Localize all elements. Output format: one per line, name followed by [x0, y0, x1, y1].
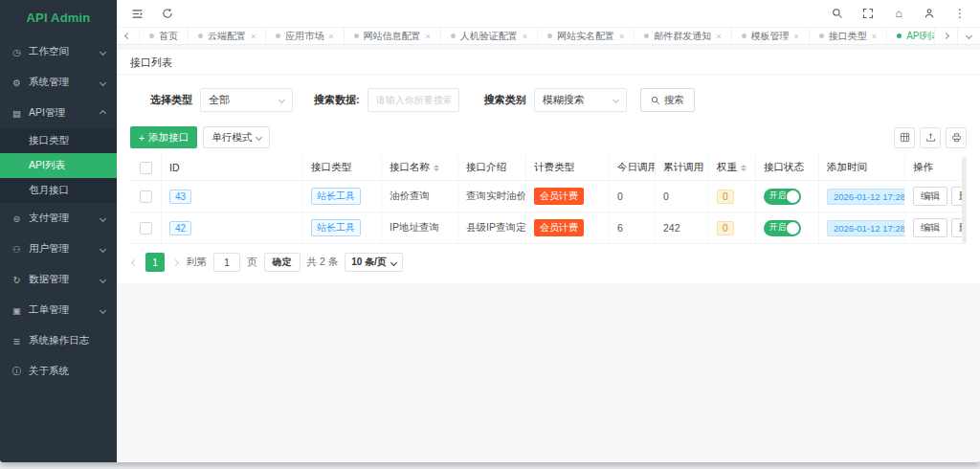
- toggle-knob: [787, 222, 799, 234]
- table-row: 42 站长工具 IP地址查询 县级IP查询定位 会员计费 6 242 0 开启: [130, 212, 967, 244]
- fullscreen-icon[interactable]: [861, 7, 875, 20]
- cell-total-calls: 242: [656, 212, 709, 243]
- sidebar-item-monthly-api[interactable]: 包月接口: [0, 178, 117, 203]
- sidebar-item-payment[interactable]: ⊜ 支付管理: [0, 203, 117, 234]
- sidebar-item-api-list[interactable]: API列表: [0, 153, 117, 178]
- tab-api-list[interactable]: API列表 ×: [887, 28, 934, 44]
- col-header-today[interactable]: 今日调用: [610, 155, 656, 180]
- tab-realname-config[interactable]: 网站实名配置 ×: [538, 28, 635, 44]
- print-icon[interactable]: [946, 127, 967, 148]
- col-header-total[interactable]: 累计调用: [656, 155, 709, 180]
- tabs-menu-icon[interactable]: [957, 28, 980, 44]
- export-icon[interactable]: [920, 127, 941, 148]
- col-header-actions[interactable]: 操作: [905, 155, 967, 180]
- close-icon[interactable]: ×: [523, 32, 527, 41]
- sort-icon[interactable]: [434, 165, 439, 171]
- collapse-menu-icon[interactable]: [130, 7, 144, 20]
- prev-page-icon[interactable]: [130, 260, 139, 265]
- table-scrollbar[interactable]: [962, 157, 967, 243]
- select-all-checkbox[interactable]: [140, 162, 152, 174]
- tab-site-info[interactable]: 网站信息配置 ×: [345, 28, 441, 44]
- ticket-icon: ▣: [11, 305, 22, 316]
- sidebar-item-api[interactable]: ▤ API管理: [0, 98, 117, 128]
- search-button-label: 搜索: [664, 94, 684, 107]
- close-icon[interactable]: ×: [426, 32, 431, 41]
- tab-mail-notify[interactable]: 邮件群发通知 ×: [635, 28, 731, 44]
- cell-added-time: 2026-01-12 17:28:43: [819, 181, 905, 212]
- search-input[interactable]: [368, 88, 459, 112]
- close-icon[interactable]: ×: [251, 32, 256, 41]
- close-icon[interactable]: ×: [328, 32, 333, 41]
- tab-dot: [354, 34, 359, 38]
- goto-confirm-button[interactable]: 确定: [264, 253, 301, 272]
- edit-button[interactable]: 编辑: [913, 218, 947, 237]
- sidebar-item-label: 包月接口: [29, 184, 69, 197]
- columns-filter-icon[interactable]: [894, 127, 915, 148]
- sort-icon[interactable]: [741, 165, 746, 171]
- close-icon[interactable]: ×: [716, 32, 721, 41]
- sidebar-item-workspace[interactable]: ◷ 工作空间: [0, 36, 117, 67]
- type-tag: 站长工具: [311, 188, 361, 205]
- col-header-billing[interactable]: 计费类型: [526, 155, 610, 180]
- tab-dot: [198, 34, 203, 38]
- cell-actions: 编辑 删除: [905, 212, 967, 243]
- col-header-name[interactable]: 接口名称: [382, 155, 458, 180]
- user-avatar-icon[interactable]: [923, 7, 936, 20]
- sidebar-item-label: 数据管理: [29, 273, 69, 286]
- close-icon[interactable]: ×: [794, 32, 799, 41]
- sidebar-item-data[interactable]: ↻ 数据管理: [0, 264, 117, 295]
- table-tool-icons: [894, 127, 967, 148]
- cell-total-calls: 0: [656, 181, 709, 212]
- row-checkbox-cell: [130, 181, 162, 212]
- sidebar-item-users[interactable]: ⚇ 用户管理: [0, 234, 117, 264]
- status-toggle[interactable]: 开启: [764, 189, 801, 205]
- per-page-select[interactable]: 10 条/页: [345, 253, 403, 272]
- col-header-intro[interactable]: 接口介绍: [458, 155, 526, 180]
- tab-app-market[interactable]: 应用市场 ×: [266, 28, 344, 44]
- page-number-button[interactable]: 1: [145, 253, 165, 272]
- col-header-id[interactable]: ID: [162, 155, 303, 180]
- col-header-status[interactable]: 接口状态: [756, 155, 819, 180]
- next-page-icon[interactable]: [171, 260, 180, 265]
- row-checkbox[interactable]: [140, 222, 152, 234]
- search-category-select[interactable]: 模糊搜索: [534, 88, 627, 112]
- tab-captcha-config[interactable]: 人机验证配置 ×: [441, 28, 538, 44]
- sidebar-item-system[interactable]: ⚙ 系统管理: [0, 67, 117, 98]
- add-api-button-label: 添加接口: [148, 131, 189, 145]
- workspace-icon: ◷: [11, 47, 22, 57]
- col-header-type[interactable]: 接口类型: [303, 155, 382, 180]
- tab-template-mgmt[interactable]: 模板管理 ×: [732, 28, 810, 44]
- api-list-card: 接口列表 选择类型 全部 搜索数据: 搜索类别 模糊搜索: [117, 50, 980, 283]
- tab-dot: [451, 34, 456, 38]
- tabs-scroll-right-icon[interactable]: [934, 28, 957, 44]
- status-toggle[interactable]: 开启: [764, 220, 801, 236]
- sidebar-item-system-logs[interactable]: ≣ 系统操作日志: [0, 325, 117, 356]
- sidebar-nav: ◷ 工作空间 ⚙ 系统管理 ▤ API管理 接口类型 API列表: [0, 36, 117, 387]
- type-filter-select[interactable]: 全部: [200, 88, 293, 112]
- goto-page-input[interactable]: [213, 253, 240, 272]
- home-icon[interactable]: ⌂: [892, 7, 905, 20]
- row-checkbox[interactable]: [140, 190, 152, 203]
- edit-button[interactable]: 编辑: [913, 187, 947, 206]
- more-menu-icon[interactable]: ⋮: [953, 7, 967, 20]
- sidebar-item-tickets[interactable]: ▣ 工单管理: [0, 295, 117, 325]
- cell-weight: 0: [709, 181, 756, 212]
- tab-api-types[interactable]: 接口类型 ×: [810, 28, 887, 44]
- search-button[interactable]: 搜索: [640, 88, 695, 112]
- type-filter-label: 选择类型: [150, 93, 192, 107]
- row-mode-button[interactable]: 单行模式: [203, 126, 270, 148]
- tabs-scroll-left-icon[interactable]: [117, 28, 140, 44]
- search-icon[interactable]: [831, 7, 844, 20]
- cell-id: 43: [162, 181, 303, 212]
- sidebar-item-label: 关于系统: [29, 365, 69, 378]
- close-icon[interactable]: ×: [619, 32, 624, 41]
- tab-cloud-config[interactable]: 云端配置 ×: [189, 28, 266, 44]
- sidebar-item-api-types[interactable]: 接口类型: [0, 128, 117, 153]
- col-header-time[interactable]: 添加时间: [819, 155, 905, 180]
- sidebar-item-about[interactable]: ⓘ 关于系统: [0, 356, 117, 387]
- tab-home[interactable]: 首页: [140, 28, 189, 44]
- close-icon[interactable]: ×: [872, 32, 877, 41]
- refresh-icon[interactable]: [161, 7, 174, 20]
- col-header-weight[interactable]: 权重: [709, 155, 756, 180]
- add-api-button[interactable]: + 添加接口: [130, 126, 197, 148]
